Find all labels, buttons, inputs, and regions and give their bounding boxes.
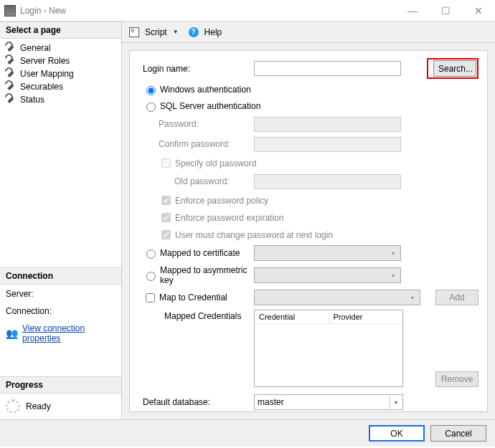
- chevron-down-icon: ▾: [407, 291, 418, 304]
- enforce-expiration-check: Enforce password expiration: [143, 211, 478, 224]
- dialog-button-bar: OK Cancel: [0, 419, 495, 447]
- select-page-header: Select a page: [0, 22, 121, 39]
- sidebar-item-label: Status: [20, 95, 44, 105]
- search-button[interactable]: Search...: [433, 60, 476, 77]
- mapped-credentials-label: Mapped Credentials: [143, 310, 254, 321]
- mapped-to-certificate-radio[interactable]: Mapped to certificate: [143, 247, 254, 259]
- login-name-label: Login name:: [143, 64, 254, 74]
- close-button[interactable]: ✕: [462, 0, 495, 22]
- chevron-down-icon[interactable]: ▾: [390, 396, 401, 409]
- sidebar-item-label: Server Roles: [20, 56, 70, 66]
- view-connection-link[interactable]: View connection properties: [22, 323, 116, 343]
- content-toolbar: Script ▼ ? Help: [122, 22, 495, 43]
- progress-header: Progress: [0, 376, 121, 394]
- sidebar-item-general[interactable]: General: [0, 42, 121, 54]
- connection-label: Connection:: [6, 306, 116, 316]
- maximize-button[interactable]: ☐: [429, 0, 462, 22]
- connection-header: Connection: [0, 267, 121, 285]
- form-area: Login name: Search... Windows authentica…: [129, 50, 488, 412]
- mapped-credentials-table[interactable]: Credential Provider: [254, 310, 403, 387]
- cancel-button[interactable]: Cancel: [430, 425, 486, 442]
- password-input: [254, 117, 401, 132]
- title-bar: Login - New — ☐ ✕: [0, 0, 495, 22]
- default-database-combo[interactable]: master▾: [254, 394, 403, 410]
- chevron-down-icon: ▾: [387, 247, 399, 259]
- window-title: Login - New: [20, 6, 396, 16]
- specify-old-password-check: Specify old password: [143, 156, 478, 170]
- wrench-icon: [6, 56, 16, 66]
- sidebar-item-server-roles[interactable]: Server Roles: [0, 54, 121, 67]
- sidebar: Select a page General Server Roles User …: [0, 22, 122, 419]
- map-to-credential-check[interactable]: Map to Credential: [143, 291, 254, 305]
- sidebar-item-label: User Mapping: [20, 69, 74, 79]
- view-connection-properties[interactable]: 👥 View connection properties: [6, 323, 116, 343]
- old-password-input: [254, 174, 401, 189]
- help-icon: ?: [189, 27, 199, 37]
- ok-button[interactable]: OK: [369, 425, 425, 442]
- remove-button: Remove: [435, 371, 478, 387]
- progress-status: Ready: [26, 401, 51, 411]
- wrench-icon: [6, 95, 16, 105]
- wrench-icon: [6, 69, 16, 79]
- confirm-password-label: Confirm password:: [143, 139, 254, 149]
- server-label: Server:: [6, 289, 116, 299]
- minimize-button[interactable]: —: [396, 0, 429, 22]
- sidebar-item-status[interactable]: Status: [0, 93, 121, 106]
- windows-auth-radio[interactable]: Windows authentication: [143, 83, 478, 96]
- sql-auth-radio[interactable]: SQL Server authentication: [143, 100, 478, 113]
- password-label: Password:: [143, 119, 254, 129]
- wrench-icon: [6, 43, 16, 53]
- enforce-policy-check: Enforce password policy: [143, 194, 478, 207]
- credential-combo: ▾: [254, 290, 420, 305]
- default-database-label: Default database:: [143, 397, 254, 407]
- wrench-icon: [6, 82, 16, 92]
- confirm-password-input: [254, 137, 401, 152]
- app-icon: [4, 5, 16, 16]
- progress-spinner-icon: [6, 399, 20, 414]
- add-button: Add: [435, 290, 478, 305]
- help-button[interactable]: Help: [204, 27, 222, 37]
- provider-column-header: Provider: [329, 310, 403, 323]
- mapped-to-asym-key-radio[interactable]: Mapped to asymmetric key: [143, 265, 254, 285]
- sidebar-item-securables[interactable]: Securables: [0, 80, 121, 93]
- sidebar-item-user-mapping[interactable]: User Mapping: [0, 67, 121, 80]
- credential-column-header: Credential: [255, 310, 329, 323]
- must-change-check: User must change password at next login: [143, 228, 478, 242]
- login-name-input[interactable]: [254, 61, 401, 76]
- old-password-label: Old password:: [143, 176, 254, 186]
- script-button[interactable]: Script: [145, 27, 167, 37]
- sidebar-item-label: Securables: [20, 82, 63, 92]
- persons-icon: 👥: [6, 328, 18, 339]
- sidebar-item-label: General: [20, 43, 51, 53]
- search-highlight: Search...: [427, 58, 478, 79]
- asym-key-combo: ▾: [254, 267, 401, 283]
- chevron-down-icon: ▾: [387, 269, 399, 282]
- certificate-combo: ▾: [254, 245, 401, 261]
- script-dropdown-icon[interactable]: ▼: [173, 29, 179, 35]
- script-icon: [129, 27, 139, 37]
